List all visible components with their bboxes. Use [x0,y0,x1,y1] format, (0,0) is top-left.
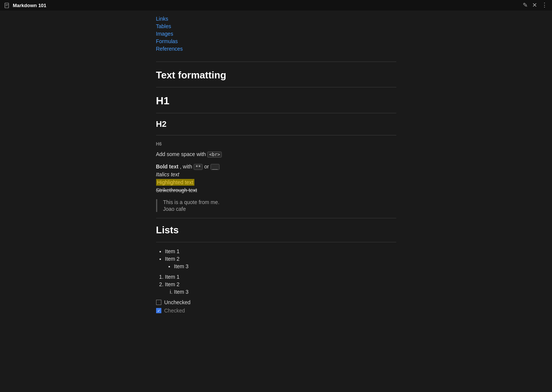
list-item: Item 3 [174,289,396,295]
list-item: Item 2 Item 3 [165,281,396,295]
divider-1 [156,62,396,62]
checklist-item-checked: Checked [156,308,396,314]
lists-heading: Lists [156,224,396,236]
nav-links: Links Tables Images Formulas References [156,11,396,56]
ordered-list: Item 1 Item 2 Item 3 [156,274,396,295]
quote-line-1: This is a quote from me. [163,199,396,205]
bold-tag-2: __ [211,164,220,170]
edit-button[interactable]: ✎ [523,2,528,8]
unchecked-label: Unchecked [164,299,191,305]
divider-3 [156,113,396,113]
nav-link-images[interactable]: Images [156,30,396,38]
bold-or-text: or [204,164,209,170]
list-item: Item 1 [165,274,396,280]
highlighted-text: Highlighted text [156,179,195,186]
nav-link-tables[interactable]: Tables [156,23,396,30]
title-bar: Markdown 101 ✎ ✕ ⋮ [0,0,552,11]
document-icon [5,3,10,8]
divider-5 [156,218,396,218]
nav-link-references[interactable]: References [156,45,396,53]
divider-6 [156,242,396,242]
strikethrough-line: Strikethrough text [156,187,396,193]
quote-line-2: Joao cafe [163,206,396,212]
lists-section: Lists Item 1 Item 2 Item 3 Item 1 Item 2 [156,224,396,314]
nested-unordered-list: Item 3 [165,263,396,269]
bold-with-text: , with [180,164,192,170]
title-bar-right: ✎ ✕ ⋮ [523,2,547,8]
blockquote: This is a quote from me. Joao cafe [156,199,396,212]
divider-2 [156,87,396,87]
md-heading-1: H1 [156,95,396,107]
nav-link-formulas[interactable]: Formulas [156,38,396,45]
text-formatting-heading: Text formatting [156,69,396,81]
checked-label: Checked [164,308,185,314]
main-content: Links Tables Images Formulas References … [0,11,552,392]
md-heading-2: H2 [156,119,396,129]
list-item: Item 2 Item 3 [165,256,396,269]
italics-line: Italics text [156,171,396,177]
more-button[interactable]: ⋮ [541,2,547,8]
nav-link-links[interactable]: Links [156,15,396,23]
divider-4 [156,135,396,135]
unchecked-checkbox[interactable] [156,300,161,305]
bold-text: Bold text [156,164,179,170]
checked-checkbox[interactable] [156,308,161,313]
close-button[interactable]: ✕ [532,2,537,8]
window-title: Markdown 101 [13,3,47,8]
checklist-item-unchecked: Unchecked [156,299,396,305]
formatting-block: Bold text , with ** or __ Italics text H… [156,164,396,193]
add-space-text: Add some space with [156,151,206,157]
highlighted-line: Highlighted text [156,179,396,187]
bold-tag-1: ** [194,164,203,170]
list-item: Item 3 [174,263,396,269]
nested-ordered-list: Item 3 [165,289,396,295]
title-bar-left: Markdown 101 [5,3,47,8]
br-tag: <br> [207,152,222,158]
content-area: Links Tables Images Formulas References … [156,11,396,392]
bold-line: Bold text , with ** or __ [156,164,396,170]
unordered-list: Item 1 Item 2 Item 3 [156,248,396,269]
checklist: Unchecked Checked [156,299,396,314]
add-space-line: Add some space with <br> [156,151,396,158]
list-item: Item 1 [165,248,396,254]
md-heading-6: H6 [156,141,396,147]
